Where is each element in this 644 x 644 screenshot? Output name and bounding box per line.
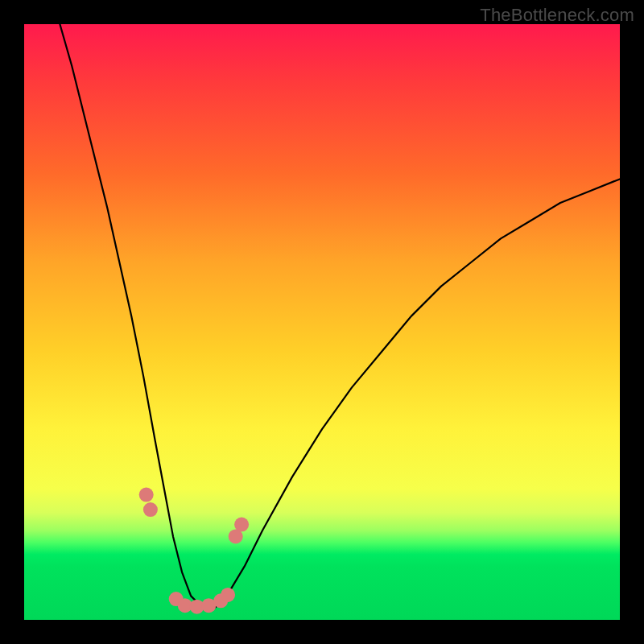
data-marker xyxy=(234,518,249,532)
plot-area xyxy=(24,24,620,620)
data-marker xyxy=(139,488,154,502)
marker-group xyxy=(139,488,249,614)
chart-svg xyxy=(24,24,620,620)
chart-frame: TheBottleneck.com xyxy=(0,0,644,644)
watermark-text: TheBottleneck.com xyxy=(480,5,634,26)
bottleneck-curve xyxy=(60,24,620,608)
data-marker xyxy=(221,588,235,602)
data-marker xyxy=(143,502,158,517)
